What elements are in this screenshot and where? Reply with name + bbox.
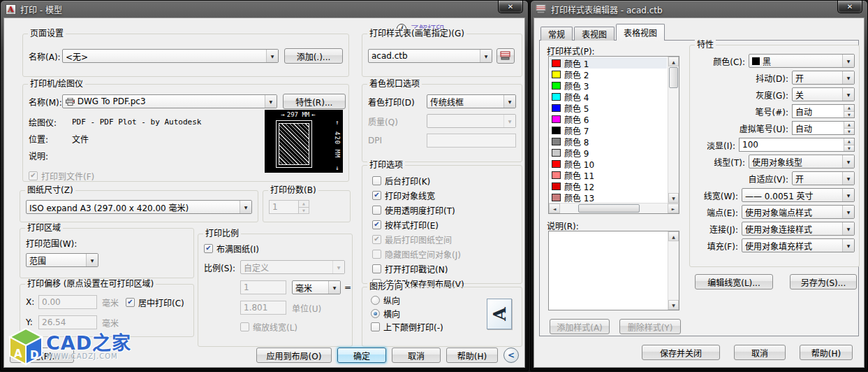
help-button[interactable]: 帮助(H): [800, 345, 853, 360]
color-combo[interactable]: 黑 ▼: [749, 54, 855, 68]
portrait-radio[interactable]: [371, 296, 380, 305]
plot-styles-listbox[interactable]: 颜色 1 颜色 2 颜色 3 颜色 4: [548, 56, 679, 214]
spinner-buttons[interactable]: ▲▼: [844, 138, 854, 151]
shade-plot-combo[interactable]: 传统线框 ▼: [427, 94, 516, 108]
scrollbar-track[interactable]: [668, 241, 679, 300]
spinner-up-icon[interactable]: ▲: [844, 138, 854, 145]
plot-style-item[interactable]: 颜色 8: [550, 136, 667, 147]
plot-option-checkbox[interactable]: [372, 264, 381, 273]
plot-style-item[interactable]: 颜色 9: [550, 147, 667, 158]
scroll-down-icon[interactable]: ▼: [668, 300, 679, 310]
plot-style-item[interactable]: 颜色 5: [550, 102, 667, 113]
plot-style-item[interactable]: 颜色 3: [550, 80, 667, 91]
add-page-setup-button[interactable]: 添加(.)...: [284, 48, 343, 64]
edit-lineweights-button[interactable]: 编辑线宽(L)...: [695, 274, 773, 289]
description-scrollbar[interactable]: ▲ ▼: [668, 231, 679, 310]
scroll-up-icon[interactable]: ▲: [668, 57, 679, 66]
scroll-left-icon[interactable]: ◄: [549, 203, 560, 213]
edit-plot-style-table-button[interactable]: [496, 48, 515, 64]
plot-style-item[interactable]: 颜色 10: [550, 158, 667, 169]
plot-style-editor-titlebar[interactable]: 打印样式表编辑器 - acad.ctb ✕: [531, 1, 867, 17]
printer-properties-button[interactable]: 特性(R)...: [283, 94, 346, 109]
linetype-combo[interactable]: 使用对象线型 ▼: [749, 155, 855, 169]
close-icon[interactable]: ✕: [498, 1, 523, 13]
dither-combo[interactable]: 开 ▼: [792, 71, 855, 85]
tab-general[interactable]: 常规: [540, 27, 573, 41]
help-button[interactable]: 帮助(H): [446, 348, 498, 363]
plot-style-item[interactable]: 颜色 1: [550, 57, 667, 69]
center-plot-checkbox[interactable]: [126, 298, 135, 307]
scale-unit-combo[interactable]: 毫米 ▼: [292, 280, 341, 294]
plot-option-row[interactable]: 使用透明度打印(T): [372, 203, 517, 216]
plot-style-item[interactable]: 颜色 4: [550, 91, 667, 102]
virtual-pen-spinner[interactable]: 自动 ▲▼: [792, 121, 855, 135]
landscape-radio[interactable]: [371, 309, 380, 318]
fit-paper-row[interactable]: 布满图纸(I): [204, 243, 259, 255]
scroll-right-icon[interactable]: ►: [668, 203, 679, 213]
plot-option-checkbox[interactable]: [372, 191, 381, 200]
tab-table-view[interactable]: 表视图: [574, 27, 615, 41]
print-to-file-row[interactable]: 打印到文件(F): [29, 170, 94, 182]
upside-down-checkbox[interactable]: [371, 322, 380, 331]
plot-option-checkbox[interactable]: [372, 220, 381, 229]
tab-form-view[interactable]: 表格视图: [616, 24, 665, 41]
scrollbar-track[interactable]: [668, 89, 679, 193]
scroll-down-icon[interactable]: ▼: [668, 193, 679, 203]
center-plot-label: 居中打印(C): [138, 296, 184, 308]
printer-name-combo[interactable]: DWG To PDF.pc3 ▼: [62, 94, 277, 108]
plot-style-item[interactable]: 颜色 2: [550, 69, 667, 80]
apply-to-layout-button[interactable]: 应用到布局(O): [256, 348, 332, 363]
cancel-button[interactable]: 取消: [392, 348, 441, 363]
screening-spinner[interactable]: 100 ▲▼: [739, 138, 855, 152]
plot-style-item[interactable]: 颜色 6: [550, 113, 667, 124]
plot-option-row[interactable]: 按样式打印(E): [372, 218, 517, 231]
plot-range-combo[interactable]: 范围 ▼: [26, 253, 98, 267]
scrollbar-thumb[interactable]: [669, 67, 678, 88]
cancel-button[interactable]: 取消: [734, 345, 786, 360]
spinner-down-icon[interactable]: ▼: [844, 128, 854, 135]
line-end-combo[interactable]: 使用对象端点样式 ▼: [742, 205, 855, 219]
page-setup-name-combo[interactable]: <无> ▼: [62, 49, 279, 63]
line-join-combo[interactable]: 使用对象连接样式 ▼: [742, 222, 855, 236]
paper-size-combo[interactable]: ISO expand A3 (297.00 x 420.00 毫米) ▼: [26, 200, 252, 214]
fill-combo[interactable]: 使用对象填充样式 ▼: [742, 238, 855, 252]
plot-style-table-combo[interactable]: acad.ctb ▼: [368, 49, 492, 63]
plot-dialog-titlebar[interactable]: A 打印 - 模型 ✕: [1, 1, 528, 17]
spinner-down-icon[interactable]: ▼: [844, 111, 854, 118]
close-icon[interactable]: ✕: [837, 1, 862, 13]
spinner-buttons[interactable]: ▲▼: [844, 105, 854, 117]
pen-number-spinner[interactable]: 自动 ▲▼: [792, 104, 855, 118]
plot-option-row[interactable]: 后台打印(K): [372, 174, 517, 187]
plot-option-row[interactable]: 打开打印戳记(N): [372, 262, 517, 275]
plot-option-checkbox[interactable]: [372, 176, 381, 185]
plot-style-item[interactable]: 颜色 7: [550, 124, 667, 136]
adaptive-combo[interactable]: 开 ▼: [792, 171, 855, 185]
plot-option-checkbox[interactable]: [372, 206, 381, 215]
scrollbar-thumb[interactable]: [578, 204, 640, 213]
ok-button[interactable]: 确定: [337, 348, 386, 363]
spinner-up-icon[interactable]: ▲: [844, 122, 854, 128]
spinner-down-icon[interactable]: ▼: [844, 145, 854, 152]
offset-x-value: 0.00: [42, 297, 61, 307]
scroll-up-icon[interactable]: ▲: [668, 231, 679, 241]
more-options-button[interactable]: <: [503, 348, 519, 363]
description-textarea[interactable]: ▲ ▼: [548, 231, 679, 310]
scrollbar-track[interactable]: [640, 203, 668, 213]
spinner-up-icon[interactable]: ▲: [844, 105, 854, 111]
plot-style-item[interactable]: 颜色 11: [550, 169, 667, 180]
fit-paper-checkbox[interactable]: [204, 244, 213, 253]
plot-option-row[interactable]: 打印对象线宽: [372, 189, 517, 201]
save-as-button[interactable]: 另存为(S)...: [790, 274, 857, 289]
grayscale-combo[interactable]: 关 ▼: [792, 87, 855, 101]
plot-style-item[interactable]: 颜色 12: [550, 180, 667, 192]
lineweight-combo[interactable]: —— 0.0051 英寸 ▼: [742, 188, 855, 202]
scale-denominator-input: 1.801: [240, 301, 286, 315]
center-plot-row[interactable]: 居中打印(C): [126, 296, 184, 308]
spinner-buttons[interactable]: ▲▼: [844, 122, 854, 134]
print-to-file-checkbox[interactable]: [29, 171, 38, 180]
list-horizontal-scrollbar[interactable]: ◄ ►: [549, 203, 679, 213]
color-swatch: [552, 93, 561, 101]
plot-style-item[interactable]: 颜色 13: [550, 192, 667, 203]
list-vertical-scrollbar[interactable]: ▲ ▼: [668, 57, 679, 203]
save-and-close-button[interactable]: 保存并关闭: [642, 345, 720, 360]
